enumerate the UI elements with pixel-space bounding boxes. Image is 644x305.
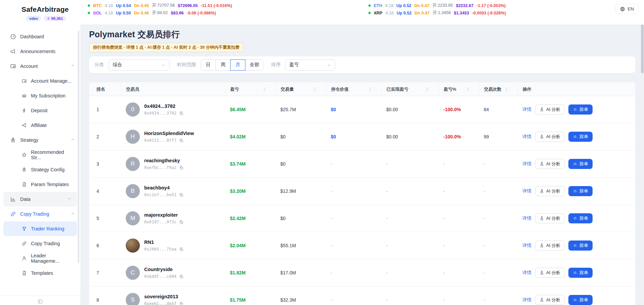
- sidebar-item-copy-trading[interactable]: Copy Trading: [0, 207, 80, 221]
- table-header-row: 排名交易员盈亏交易量持仓价值已实现盈亏盈亏%交易次数操作: [89, 82, 635, 96]
- follow-button[interactable]: 跟单: [568, 213, 593, 223]
- ai-analysis-button[interactable]: AI 分析: [535, 159, 565, 169]
- sort-icon[interactable]: [312, 87, 317, 92]
- column-header-[interactable]: 盈亏%: [439, 82, 479, 96]
- time-option-[interactable]: 日: [201, 59, 216, 71]
- sort-icon[interactable]: [425, 87, 430, 92]
- column-header-[interactable]: 交易量: [276, 82, 326, 96]
- ai-analysis-button[interactable]: AI 分析: [535, 104, 565, 115]
- sort-icon[interactable]: [504, 87, 509, 92]
- follow-button[interactable]: 跟单: [568, 186, 593, 196]
- ticker-down: Dn 0.47: [415, 11, 430, 15]
- sidebar-item-deposit[interactable]: Deposit: [0, 103, 80, 118]
- detail-link[interactable]: 详情: [522, 134, 531, 140]
- sidebar-item-recommended-str[interactable]: Recommended Str...: [0, 147, 80, 162]
- sidebar-item-trader-ranking[interactable]: Trader Ranking: [3, 221, 77, 236]
- rocket-icon: [10, 137, 16, 143]
- avatar: [126, 238, 140, 253]
- detail-link[interactable]: 详情: [522, 243, 531, 249]
- time-option-[interactable]: 全部: [245, 59, 264, 71]
- category-value: 综合: [113, 62, 122, 68]
- ai-analysis-button[interactable]: AI 分析: [535, 213, 565, 223]
- ticker-change: -0.0003 (-0.026%): [472, 11, 506, 15]
- status-dot: [88, 12, 90, 14]
- collapse-sidebar-icon[interactable]: [38, 299, 43, 304]
- detail-link[interactable]: 详情: [522, 215, 531, 221]
- ticker-down: Dn 0.45: [134, 3, 149, 8]
- ticker-open: 开:72707.56: [152, 3, 175, 8]
- ai-analysis-button[interactable]: AI 分析: [535, 186, 565, 196]
- sidebar-item-templates[interactable]: Templates: [0, 266, 80, 280]
- detail-link[interactable]: 详情: [522, 106, 531, 113]
- trader-name: 0x4924...3782: [144, 103, 184, 109]
- ticker-symbol: ETH: [374, 3, 382, 8]
- copy-address-icon[interactable]: [179, 111, 184, 116]
- actions-cell: 详情AI 分析跟单: [518, 132, 635, 142]
- ai-analysis-button[interactable]: AI 分析: [535, 268, 565, 278]
- column-header-[interactable]: 交易次数: [479, 82, 518, 96]
- sort-icon[interactable]: [465, 87, 470, 92]
- detail-link[interactable]: 详情: [522, 188, 531, 194]
- page-scrollbar[interactable]: [641, 25, 644, 305]
- sidebar-item-my-subscription[interactable]: My Subscription: [0, 88, 80, 103]
- actions-cell: 详情AI 分析跟单: [518, 268, 635, 278]
- detail-link[interactable]: 详情: [522, 270, 531, 276]
- megaphone-icon: [10, 48, 16, 54]
- flask-icon: [539, 270, 544, 275]
- sort-select[interactable]: 盈亏: [285, 59, 335, 71]
- sidebar-item-label: Data: [20, 197, 31, 202]
- copy-address-icon[interactable]: [179, 302, 184, 305]
- ticker-open: 开:84.02: [152, 10, 168, 16]
- sidebar-item-data[interactable]: Data: [3, 192, 77, 207]
- category-select[interactable]: 综合: [109, 59, 170, 71]
- sort-icon[interactable]: [262, 87, 267, 92]
- detail-link[interactable]: 详情: [522, 297, 531, 303]
- copy-address-icon[interactable]: [179, 247, 184, 252]
- sidebar-item-account[interactable]: Account: [0, 59, 80, 74]
- realized-pnl-cell: -: [381, 161, 439, 167]
- follow-button[interactable]: 跟单: [568, 159, 593, 169]
- column-label: 盈亏: [230, 86, 239, 92]
- detail-link[interactable]: 详情: [522, 161, 531, 167]
- follow-button[interactable]: 跟单: [568, 268, 593, 278]
- follow-arrows-icon: [573, 243, 577, 248]
- copy-address-icon[interactable]: [179, 274, 184, 279]
- chevron-up-icon: [71, 211, 75, 217]
- language-button[interactable]: EN: [615, 4, 639, 14]
- sidebar-item-param-templates[interactable]: Param Templates: [0, 177, 80, 192]
- sidebar-item-copy-trading[interactable]: Copy Trading: [0, 236, 80, 251]
- page-scrollbar-thumb[interactable]: [641, 25, 644, 73]
- doc-icon: [22, 270, 27, 276]
- sidebar-item-announcements[interactable]: Announcements: [0, 44, 80, 59]
- sidebar-item-label: Recommended Str...: [31, 149, 75, 160]
- sort-icon[interactable]: [368, 87, 373, 92]
- time-option-[interactable]: 月: [230, 59, 245, 71]
- column-header-[interactable]: 盈亏: [225, 82, 276, 96]
- sidebar-item-affiliate[interactable]: Affiliate: [0, 118, 80, 133]
- sidebar-item-account-manage[interactable]: Account Manage...: [0, 74, 80, 88]
- copy-address-icon[interactable]: [179, 193, 184, 197]
- ai-analysis-button[interactable]: AI 分析: [535, 241, 565, 251]
- column-header-[interactable]: 持仓价值: [326, 82, 381, 96]
- copy-address-icon[interactable]: [179, 220, 184, 224]
- follow-button[interactable]: 跟单: [568, 104, 593, 115]
- sidebar-item-leader-manageme[interactable]: Leader Manageme...: [0, 251, 80, 266]
- ai-analysis-button[interactable]: AI 分析: [535, 132, 565, 142]
- follow-button[interactable]: 跟单: [568, 132, 593, 142]
- column-header-[interactable]: 已实现盈亏: [381, 82, 439, 96]
- copy-address-icon[interactable]: [179, 166, 184, 170]
- sidebar-scrollbar[interactable]: [78, 31, 79, 263]
- ticker-time: 4:18: [105, 3, 113, 8]
- follow-button[interactable]: 跟单: [568, 295, 593, 305]
- sidebar-item-dashboard[interactable]: Dashboard: [0, 29, 80, 44]
- copy-address-icon[interactable]: [179, 138, 184, 143]
- chevron-down-icon: [161, 63, 166, 67]
- sidebar-item-strategy[interactable]: Strategy: [0, 133, 80, 147]
- sidebar-item-label: Param Templates: [31, 182, 69, 187]
- sidebar-item-strategy-config[interactable]: Strategy Config: [0, 162, 80, 177]
- pnl-cell: $3.20M: [225, 188, 276, 194]
- sidebar-nav: DashboardAnnouncementsAccountAccount Man…: [0, 25, 80, 280]
- follow-button[interactable]: 跟单: [568, 241, 593, 251]
- ai-analysis-button[interactable]: AI 分析: [535, 295, 565, 305]
- time-option-[interactable]: 周: [215, 59, 231, 71]
